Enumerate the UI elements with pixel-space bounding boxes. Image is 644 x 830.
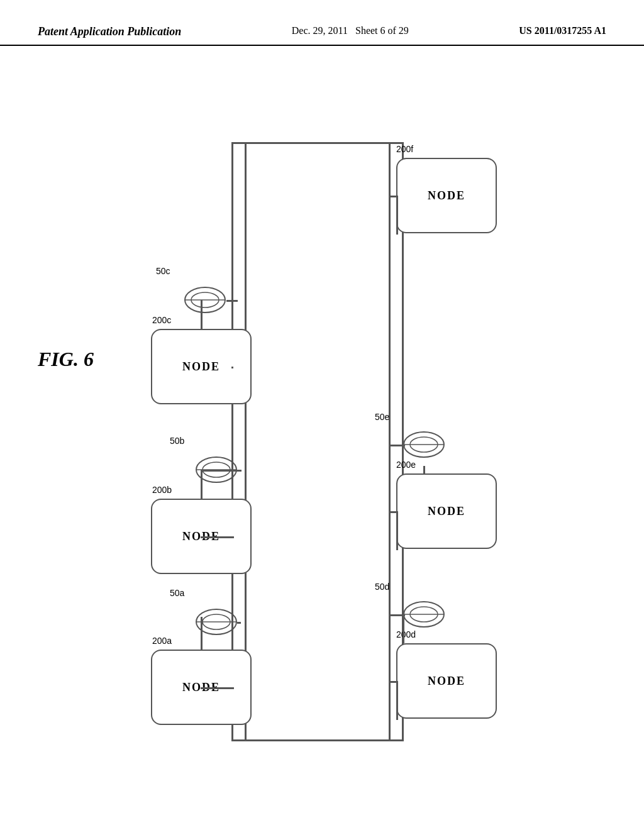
ref-50b: 50b — [170, 436, 184, 446]
line-50b-horiz — [201, 470, 238, 472]
node-200d: NODE — [396, 643, 497, 719]
node-200f: NODE — [396, 158, 497, 233]
bus-bottom-cap — [231, 739, 404, 741]
ref-50a: 50a — [170, 588, 184, 598]
bus-top-cap — [231, 142, 404, 144]
tap-200c — [231, 367, 233, 368]
line-200a-50a — [201, 617, 203, 651]
pub-date: Dec. 29, 2011 — [292, 25, 348, 36]
line-bus-50d — [389, 614, 405, 616]
line-bus-50e — [389, 445, 405, 446]
diagram-area: FIG. 6 NODE 200a 50a NODE 200b — [0, 46, 644, 813]
ref-200c: 200c — [152, 315, 171, 325]
connector-50e — [402, 422, 445, 467]
tap-left-200a — [201, 687, 234, 689]
figure-label: FIG. 6 — [38, 348, 94, 371]
connector-50c — [184, 277, 226, 323]
header-center: Dec. 29, 2011 Sheet 6 of 29 — [292, 25, 409, 36]
line-50c-bus — [226, 300, 238, 302]
sheet-info: Sheet 6 of 29 — [355, 25, 409, 36]
tap-left-200b — [201, 536, 234, 538]
ref-200f: 200f — [396, 144, 413, 154]
node-200e: NODE — [396, 473, 497, 549]
ref-50c: 50c — [156, 266, 170, 276]
ref-200a: 200a — [152, 636, 172, 646]
line-50b-200b — [201, 492, 203, 500]
publication-title: Patent Application Publication — [38, 25, 181, 38]
connector-50d — [402, 592, 445, 637]
tap-200b-bus — [231, 536, 233, 538]
line-tap-200d — [396, 681, 398, 720]
patent-number: US 2011/0317255 A1 — [519, 25, 606, 36]
page-header: Patent Application Publication Dec. 29, … — [0, 0, 644, 46]
ref-200b: 200b — [152, 485, 172, 495]
line-tap-200e — [396, 511, 398, 550]
node-200c: NODE — [151, 329, 252, 404]
line-50a-bus — [237, 622, 241, 624]
line-50d-200d — [402, 614, 404, 643]
line-200f-vert — [396, 196, 398, 235]
ref-50e: 50e — [375, 412, 389, 422]
line-200c-50c — [201, 300, 203, 330]
ref-50d: 50d — [375, 582, 389, 592]
line-50e-200e — [423, 466, 425, 475]
